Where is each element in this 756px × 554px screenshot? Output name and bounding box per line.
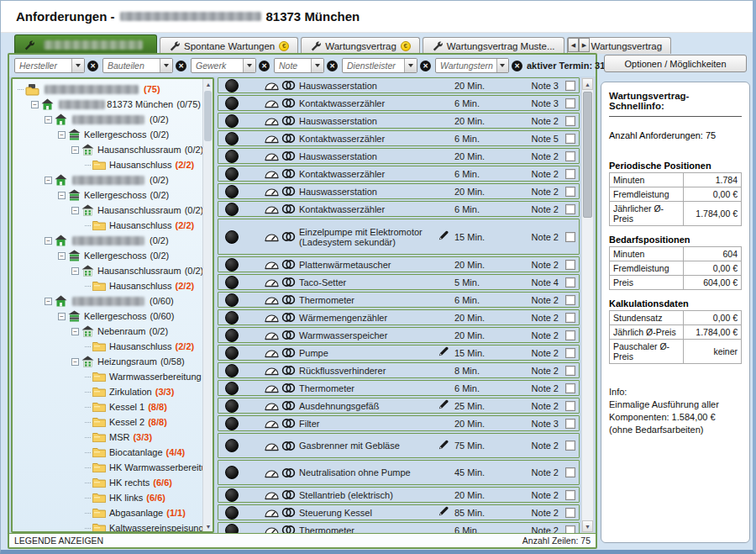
chevron-down-icon[interactable] [160,59,172,72]
filter-combo-dienstleister[interactable]: Dienstleister [342,58,417,73]
tab-spontane-wartungen[interactable]: Spontane Wartungen€ [160,37,298,54]
tree-scroll-down-icon[interactable]: ▼ [203,521,213,531]
tree-item-hausanschluss[interactable]: Hausanschluss(2/2) [16,278,201,293]
tree-collapse-icon[interactable]: − [58,252,66,260]
chevron-down-icon[interactable] [496,59,508,72]
tree-item-kellergeschoss[interactable]: −Kellergeschoss(0/2) [16,127,201,142]
requirement-row[interactable]: Filter 20 Min. Note 3 [218,415,580,431]
tree-collapse-icon[interactable]: − [31,101,39,108]
tree-item-redacted[interactable]: −(0/2) [16,112,201,127]
tree-scroll-up-icon[interactable]: ▲ [203,79,213,89]
options-button[interactable]: Optionen / Möglichkeiten [604,55,747,72]
requirement-row[interactable]: Kontaktwasserzähler 6 Min. Note 3 [218,95,580,111]
row-checkbox[interactable] [565,441,575,451]
tree-item-hausanschluss[interactable]: Hausanschluss(2/2) [16,218,201,233]
tree-collapse-icon[interactable]: − [58,313,66,320]
tree-item-redacted[interactable]: −(0/2) [16,233,201,248]
list-scroll-down-icon[interactable]: ▼ [582,520,593,532]
tree-item-nebenraum[interactable]: −Nebenraum(0/2) [16,324,201,339]
tree-item-kaltwassereinspeisung[interactable]: Kaltwassereinspeisung(1/1) [16,520,201,533]
row-checkbox[interactable] [565,348,575,358]
chevron-down-icon[interactable] [404,59,417,72]
requirement-row[interactable]: Hauswasserstation 20 Min. Note 2 [218,148,580,164]
requirement-row[interactable]: Neutralisation ohne Pumpe 45 Min. Note 2 [218,460,580,485]
row-checkbox[interactable] [565,490,575,500]
filter-combo-note[interactable]: Note [274,58,324,73]
tree-item-redacted[interactable]: −(0/60) [16,293,201,309]
tree-collapse-icon[interactable]: − [45,177,52,184]
requirement-row[interactable]: Gasbrenner mit Gebläse 75 Min. Note 2 [218,433,580,458]
tab-scroll-right-button[interactable]: ▶ [579,38,590,52]
requirement-row[interactable]: Kontaktwasserzähler 6 Min. Note 2 [218,166,580,182]
row-checkbox[interactable] [565,401,575,411]
requirement-row[interactable]: Taco-Setter 5 Min. Note 4 [218,274,580,290]
tree-collapse-icon[interactable]: − [45,237,52,245]
row-checkbox[interactable] [565,295,575,305]
requirement-row[interactable]: Thermometer 6 Min. Note 2 [218,522,580,533]
tree-item-zirkulation[interactable]: Zirkulation(3/3) [16,384,201,399]
tree-item-redacted[interactable]: −(0/2) [16,172,201,187]
tree-item-hausanschlussraum[interactable]: −Hausanschlussraum(0/2) [16,203,201,218]
tree-item-hausanschluss[interactable]: Hausanschluss(2/2) [16,339,201,354]
tree-scroll-thumb[interactable] [204,91,212,141]
row-checkbox[interactable] [565,277,575,288]
row-checkbox[interactable] [565,187,575,197]
tree-item-hk-rechts[interactable]: HK rechts(6/6) [16,475,201,490]
tree-collapse-icon[interactable]: − [71,267,79,275]
row-checkbox[interactable] [565,366,575,376]
requirement-row[interactable]: Ausdehnungsgefäß 25 Min. Note 2 [218,398,580,414]
legend-toggle[interactable]: LEGENDE ANZEIGEN [14,536,103,546]
clear-filter-icon[interactable]: ✕ [512,61,522,71]
row-checkbox[interactable] [565,151,575,161]
tree-scrollbar[interactable]: ▲ ▼ [202,79,213,531]
row-checkbox[interactable] [565,508,575,518]
requirement-row[interactable]: Thermometer 6 Min. Note 2 [218,380,580,396]
requirement-row[interactable]: Kontaktwasserzähler 6 Min. Note 2 [218,201,580,217]
tab-redacted-object[interactable] [14,34,157,54]
tree-collapse-icon[interactable]: − [71,358,79,366]
tree-item-msr[interactable]: MSR(3/3) [16,430,201,445]
row-checkbox[interactable] [565,134,575,144]
tree-item-hausanschluss[interactable]: Hausanschluss(2/2) [16,157,201,172]
tree-item-kessel-2[interactable]: Kessel 2(8/8) [16,414,201,430]
tree-item-heizungsraum[interactable]: −Heizungsraum(0/58) [16,354,201,369]
tree-item-hk-warmwasserbereitung[interactable]: HK Warmwasserbereitung(8/8) [16,460,201,475]
tree-item-hausanschlussraum[interactable]: −Hausanschlussraum(0/2) [16,142,201,157]
tree-collapse-icon[interactable]: − [71,328,79,335]
tree-item-hausanschlussraum[interactable]: −Hausanschlussraum(0/2) [16,263,201,278]
chevron-down-icon[interactable] [311,59,323,72]
tree-item-hk-links[interactable]: HK links(6/6) [16,490,201,505]
row-checkbox[interactable] [565,260,575,270]
requirement-row[interactable]: Plattenwärmetauscher 20 Min. Note 2 [218,256,580,272]
tree-item-abgasanlage[interactable]: Abgasanlage(1/1) [16,505,201,520]
filter-combo-wartungstern[interactable]: Wartungstern [435,58,509,73]
tab-wartungsvertrag-muste-[interactable]: Wartungsvertrag Muste... [423,37,564,54]
clear-filter-icon[interactable]: ✕ [87,61,98,71]
requirement-row[interactable]: Hauswasserstation 20 Min. Note 2 [218,183,580,199]
tree-item-81373-münchen[interactable]: −81373 München(0/75) [16,97,201,112]
tree-item-kessel-1[interactable]: Kessel 1(8/8) [16,399,201,414]
list-scroll-thumb[interactable] [583,92,592,218]
tab-wartungsvertrag[interactable]: Wartungsvertrag€ [301,37,420,54]
row-checkbox[interactable] [565,81,575,91]
requirement-row[interactable]: Warmwasserspeicher 20 Min. Note 2 [218,327,580,343]
filter-combo-bauteilen[interactable]: Bauteilen [102,58,173,73]
chevron-down-icon[interactable] [71,59,84,72]
row-checkbox[interactable] [565,330,575,340]
row-checkbox[interactable] [565,232,575,242]
row-checkbox[interactable] [565,419,575,429]
requirement-row[interactable]: Rückflussverhinderer 8 Min. Note 2 [218,362,580,378]
tree-item-redacted[interactable]: (75) [16,82,201,97]
filter-combo-gewerk[interactable]: Gewerk [191,58,256,73]
requirement-row[interactable]: Kontaktwasserzähler 6 Min. Note 5 [218,130,580,146]
list-scroll-up-icon[interactable]: ▲ [582,78,593,90]
tree-item-kellergeschoss[interactable]: −Kellergeschoss(0/2) [16,187,201,203]
tree-item-kellergeschoss[interactable]: −Kellergeschoss(0/60) [16,309,201,324]
row-checkbox[interactable] [565,169,575,179]
clear-filter-icon[interactable]: ✕ [176,61,186,71]
clear-filter-icon[interactable]: ✕ [259,61,270,71]
list-scrollbar[interactable]: ▲ ▼ [581,77,594,533]
chevron-down-icon[interactable] [243,59,255,72]
filter-combo-hersteller[interactable]: Hersteller [14,58,85,73]
requirement-row[interactable]: Stellantrieb (elektrisch) 20 Min. Note 2 [218,487,580,503]
